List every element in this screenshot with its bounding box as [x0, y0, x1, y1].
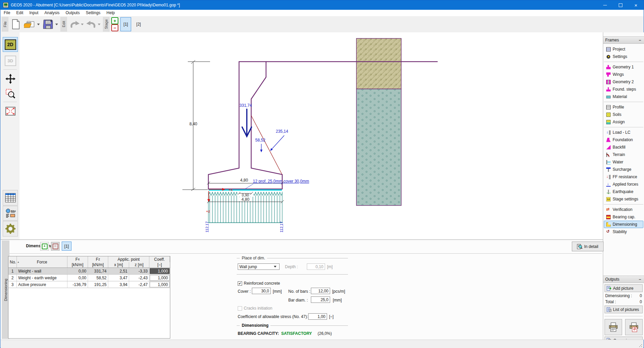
- menu-help[interactable]: Help: [104, 10, 118, 16]
- print-button[interactable]: [605, 319, 622, 335]
- zoom-button[interactable]: [3, 86, 18, 101]
- outputs-total-count: 0: [640, 299, 642, 304]
- col-coeff[interactable]: Coeff.: [149, 256, 170, 262]
- diam-field[interactable]: 25,0: [311, 296, 330, 303]
- table-cell: 191,25: [88, 281, 108, 288]
- frame-item-profile[interactable]: Profile: [604, 103, 643, 111]
- bars-field[interactable]: 12,00: [311, 288, 330, 294]
- frame-item-ff-resistance[interactable]: FF resistance: [604, 173, 643, 181]
- frame-item-assign[interactable]: Assign: [604, 118, 643, 126]
- frame-item-geometry-2[interactable]: Geometry 2: [604, 78, 643, 86]
- frame-item-label: Profile: [613, 105, 624, 109]
- cover-unit: [mm]: [273, 289, 282, 294]
- add-picture-button[interactable]: Add picture: [605, 284, 643, 292]
- pan-button[interactable]: [3, 71, 18, 86]
- frame-item-load-lc[interactable]: Load - LC: [604, 129, 643, 136]
- table-row[interactable]: 2Weight - earth wedge0,0058,523,47-2,431…: [8, 275, 170, 281]
- col-fz[interactable]: Fz: [88, 256, 108, 262]
- frame-item-stage-settings[interactable]: Stage settings: [604, 195, 643, 203]
- view-3d-button[interactable]: 3D: [3, 53, 18, 68]
- table-row[interactable]: 3Active pressure-136,79191,253,94-2,471,…: [8, 281, 170, 288]
- panel-stage-tab-1[interactable]: [1]: [62, 242, 71, 251]
- chevron-down-icon: [274, 266, 276, 267]
- legend-icon: Abc: [5, 208, 16, 218]
- redo-button[interactable]: [85, 17, 98, 31]
- remove-stage-button[interactable]: −: [111, 24, 118, 31]
- undo-button[interactable]: [68, 17, 81, 31]
- frame-item-dimensioning[interactable]: Dimensioning: [604, 221, 643, 228]
- frame-item-geometry-1[interactable]: Geometry 1: [604, 63, 643, 71]
- open-file-button[interactable]: [22, 17, 37, 31]
- in-detail-button[interactable]: In detail: [572, 242, 604, 251]
- table-cell[interactable]: 1,000: [150, 275, 170, 281]
- frame-item-stability[interactable]: Stability: [604, 228, 643, 235]
- new-file-button[interactable]: [9, 17, 22, 31]
- save-dropdown-icon[interactable]: [55, 24, 58, 25]
- frame-item-bearing-cap[interactable]: Bearing cap.: [604, 213, 643, 221]
- col-force[interactable]: Force: [17, 256, 67, 267]
- reinforced-concrete-checkbox[interactable]: ✔: [238, 281, 242, 286]
- save-button[interactable]: [41, 17, 55, 31]
- table-cell[interactable]: 1,000: [150, 282, 170, 287]
- frame-item-applied-forces[interactable]: Applied forces: [604, 181, 643, 188]
- frame-item-settings[interactable]: Settings: [604, 53, 643, 60]
- frames-collapse-icon[interactable]: –: [638, 38, 642, 42]
- frame-item-verification[interactable]: Verification: [604, 206, 643, 213]
- col-no[interactable]: No. ▲: [8, 256, 17, 267]
- frame-item-backfill[interactable]: Backfill: [604, 144, 643, 151]
- table-cell: 1: [8, 268, 17, 274]
- outputs-collapse-icon[interactable]: –: [638, 278, 642, 281]
- close-button[interactable]: ×: [628, 0, 644, 10]
- table-row[interactable]: 1Weight - wall0,00331,742,51-3,331,000: [8, 268, 170, 275]
- open-dropdown-icon[interactable]: [37, 24, 40, 25]
- frame-item-soils[interactable]: Soils: [604, 111, 643, 118]
- cover-field[interactable]: 30,0: [252, 288, 271, 294]
- frame-item-label: Stage settings: [613, 197, 638, 201]
- fit-view-icon: [5, 107, 16, 116]
- bars-unit: [pcs/m]: [332, 289, 345, 294]
- place-of-dim-select[interactable]: Wall jump: [238, 263, 280, 270]
- stability-icon: [606, 230, 611, 234]
- undo-dropdown-icon[interactable]: [81, 24, 84, 25]
- frame-item-project[interactable]: Project: [604, 45, 643, 53]
- menu-edit[interactable]: Edit: [13, 10, 26, 16]
- add-force-button[interactable]: +: [40, 242, 49, 251]
- right-panel: Frames – ProjectSettingsGeometry 1WingsG…: [603, 32, 644, 340]
- minimize-button[interactable]: [597, 0, 613, 10]
- resize-grip-icon[interactable]: [639, 344, 642, 347]
- add-stage-button[interactable]: +: [111, 17, 118, 24]
- frame-item-found-steps[interactable]: Found. steps: [604, 86, 643, 93]
- stage-tab-1[interactable]: [1]: [120, 17, 131, 31]
- redo-dropdown-icon[interactable]: [98, 24, 100, 25]
- frame-item-terrain[interactable]: Terrain: [604, 151, 643, 158]
- menu-file[interactable]: File: [1, 10, 13, 16]
- frame-item-material[interactable]: Material: [604, 93, 643, 100]
- zoom-fit-button[interactable]: [3, 104, 18, 119]
- allowable-stress-field[interactable]: 1,00: [308, 313, 327, 320]
- maximize-button[interactable]: [613, 0, 628, 10]
- frame-item-water[interactable]: Water: [604, 158, 643, 166]
- menu-outputs[interactable]: Outputs: [62, 10, 83, 16]
- menu-input[interactable]: Input: [26, 10, 41, 16]
- col-fx[interactable]: Fx: [67, 256, 88, 262]
- drawing-canvas[interactable]: 8,40 331,74 58,52 235,14 4,80 12 prof. 2…: [20, 32, 603, 240]
- table-view-button[interactable]: [3, 190, 18, 205]
- frame-item-wings[interactable]: Wings: [604, 71, 643, 78]
- frame-item-foundation[interactable]: Foundation: [604, 136, 643, 144]
- geometry-1-icon: [606, 65, 611, 69]
- remove-force-button[interactable]: −: [51, 242, 60, 251]
- frame-item-surcharge[interactable]: Surcharge: [604, 166, 643, 173]
- table-cell[interactable]: 1,000: [150, 268, 170, 274]
- view-2d-button[interactable]: 2D: [3, 37, 18, 52]
- frame-item-earthquake[interactable]: Earthquake: [604, 188, 643, 195]
- menu-analysis[interactable]: Analysis: [41, 10, 63, 16]
- frame-item-label: Material: [613, 94, 627, 99]
- legend-view-button[interactable]: Abc: [3, 206, 18, 221]
- menu-settings[interactable]: Settings: [83, 10, 103, 16]
- col-applic-point[interactable]: Applic. point: [108, 256, 149, 262]
- stage-tab-2[interactable]: [2]: [133, 17, 144, 31]
- print-preview-button[interactable]: [625, 319, 643, 335]
- frame-item-label: Surcharge: [613, 167, 631, 172]
- list-of-pictures-button[interactable]: List of pictures: [605, 306, 643, 313]
- settings-view-button[interactable]: [3, 221, 18, 236]
